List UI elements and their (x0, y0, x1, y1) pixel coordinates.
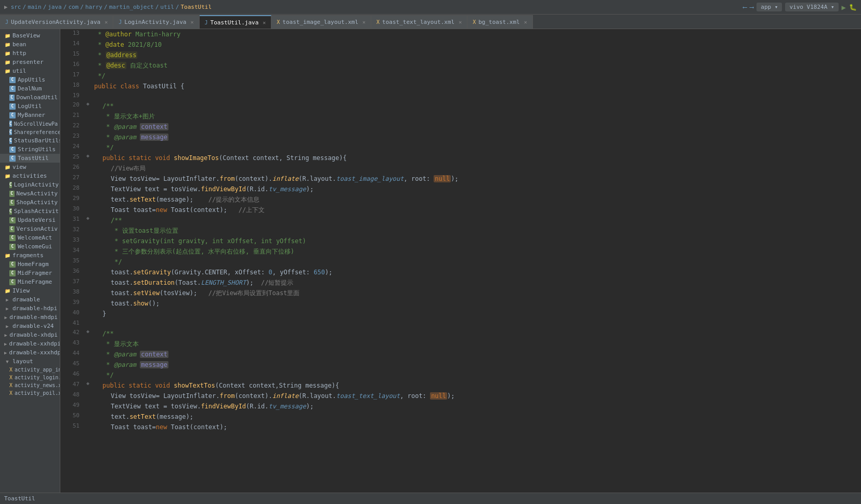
tab-LoginActivity[interactable]: J LoginActivity.java ✕ (113, 15, 199, 29)
code-area: 13 * @author Martin-harry 14 * @date 202… (60, 29, 861, 493)
sidebar-item-fragments[interactable]: 📁 fragments (0, 251, 60, 260)
code-line-42: 42 ◆ /** (60, 328, 861, 339)
code-line-28: 28 TextView text = tosView.findViewById(… (60, 184, 861, 194)
sidebar-item-VersionActiv[interactable]: C VersionActiv (0, 224, 60, 233)
tab-close-icon[interactable]: ✕ (105, 19, 108, 25)
class-icon: C (9, 279, 16, 285)
tab-toast-image-layout[interactable]: X toast_image_layout.xml ✕ (271, 15, 371, 29)
folder-icon: ▶ (4, 341, 7, 347)
code-line-41: 41 (60, 319, 861, 328)
app-selector[interactable]: app ▾ (756, 3, 782, 11)
folder-icon: 📁 (4, 50, 10, 57)
code-content[interactable]: 13 * @author Martin-harry 14 * @date 202… (60, 29, 861, 493)
code-line-35: 35 */ (60, 257, 861, 267)
sidebar-item-util[interactable]: 📁 util (0, 67, 60, 75)
sidebar-item-NoScrollViewPa[interactable]: C NoScrollViewPa (0, 120, 60, 128)
code-line-13: 13 * @author Martin-harry (60, 29, 861, 39)
sidebar-item-StatusBarUtils[interactable]: C StatusBarUtils (0, 136, 60, 145)
gutter-fold-icon[interactable]: ◆ (86, 380, 89, 386)
sidebar-item-MidFragmer[interactable]: C MidFragmer (0, 269, 60, 277)
code-line-24: 24 */ (60, 142, 861, 153)
run-icon[interactable]: ▶ (842, 3, 846, 11)
status-bar: ToastUtil (0, 493, 861, 504)
sidebar-item-drawable-xxhdpi[interactable]: ▶ drawable-xxhdpi (0, 339, 60, 348)
gutter-fold-icon[interactable]: ◆ (86, 101, 89, 107)
code-line-37: 37 toast.setDuration(Toast.LENGTH_SHORT)… (60, 277, 861, 288)
sidebar-item-UpdateVersi[interactable]: C UpdateVersi (0, 216, 60, 224)
sidebar-item-http[interactable]: 📁 http (0, 49, 60, 58)
tab-ToastUtil[interactable]: J ToastUtil.java ✕ (200, 15, 272, 29)
sidebar-item-StringUtils[interactable]: C StringUtils (0, 145, 60, 154)
sidebar-item-WelcomeGui[interactable]: C WelcomeGui (0, 242, 60, 251)
sidebar-item-bean[interactable]: 📁 bean (0, 40, 60, 49)
tab-close-icon[interactable]: ✕ (524, 19, 527, 25)
sidebar-item-view[interactable]: 📁 view (0, 163, 60, 171)
sidebar-item-ToastUtil[interactable]: C ToastUtil (0, 154, 60, 163)
folder-icon: 📁 (4, 42, 10, 48)
tab-close-icon[interactable]: ✕ (459, 19, 462, 25)
nav-icon[interactable]: ⟵ (743, 4, 747, 11)
code-line-17: 17 */ (60, 71, 861, 81)
sidebar-item-LogUtil[interactable]: C LogUtil (0, 102, 60, 111)
sidebar-item-BaseView[interactable]: 📁 BaseView (0, 31, 60, 40)
tab-bg-toast[interactable]: X bg_toast.xml ✕ (467, 15, 533, 29)
sidebar-item-MyBanner[interactable]: C MyBanner (0, 111, 60, 120)
class-icon: C (9, 208, 12, 215)
sidebar-item-activities[interactable]: 📁 activities (0, 171, 60, 180)
tab-close-icon[interactable]: ✕ (263, 20, 266, 25)
code-line-34: 34 * 三个参数分别表示(起点位置, 水平向右位移, 垂直向下位移) (60, 246, 861, 257)
code-line-36: 36 toast.setGravity(Gravity.CENTER, xOff… (60, 267, 861, 277)
sidebar-item-activity-poil[interactable]: X activity_poil.xml (0, 389, 60, 397)
sidebar-item-HomeFragm[interactable]: C HomeFragm (0, 260, 60, 269)
debug-icon[interactable]: 🐛 (849, 4, 857, 11)
code-line-39: 39 toast.show(); (60, 298, 861, 309)
code-line-48: 48 View tosView= LayoutInflater.from(con… (60, 391, 861, 401)
sidebar-item-ShopActivity[interactable]: C ShopActivity (0, 198, 60, 207)
sidebar-item-DownloadUtil[interactable]: C DownloadUtil (0, 93, 60, 102)
code-line-44: 44 * @param context (60, 349, 861, 360)
sidebar-item-NewsActivity[interactable]: C NewsActivity (0, 189, 60, 198)
tab-UpdateVersionActivity[interactable]: J UpdateVersionActivity.java ✕ (0, 15, 113, 29)
sidebar-item-drawable-hdpi[interactable]: ▶ drawable-hdpi (0, 304, 60, 313)
code-line-29: 29 text.setText(message); //提示的文本信息 (60, 194, 861, 205)
sidebar-item-drawable[interactable]: ▶ drawable (0, 295, 60, 304)
code-line-18: 18 public class ToastUtil { (60, 81, 861, 91)
nav-forward-icon[interactable]: ⟶ (750, 4, 753, 11)
sidebar-item-presenter[interactable]: 📁 presenter (0, 58, 60, 67)
sidebar-item-drawable-xxxhdpi[interactable]: ▶ drawable-xxxhdpi (0, 348, 60, 357)
src-icon: ▶ (4, 4, 8, 10)
sidebar-item-LoginActivity[interactable]: C LoginActivity (0, 180, 60, 189)
sidebar-item-drawable-xhdpi[interactable]: ▶ drawable-xhdpi (0, 330, 60, 339)
class-icon: C (9, 121, 12, 127)
class-icon: C (9, 235, 16, 241)
status-label: ToastUtil (4, 495, 35, 502)
code-line-16: 16 * @desc 自定义toast (60, 60, 861, 71)
sidebar-item-MineFragme[interactable]: C MineFragme (0, 277, 60, 286)
code-line-33: 33 * setGravity(int gravity, int xOffset… (60, 236, 861, 246)
sidebar-item-WelcomeAct[interactable]: C WelcomeAct (0, 233, 60, 242)
sidebar-item-activity-news[interactable]: X activity_news.xml (0, 381, 60, 389)
tab-toast-text-layout[interactable]: X toast_text_layout.xml ✕ (371, 15, 467, 29)
code-line-21: 21 * 显示文本+图片 (60, 111, 861, 122)
sidebar-item-drawable-v24[interactable]: ▶ drawable-v24 (0, 322, 60, 330)
sidebar-item-layout[interactable]: ▼ layout (0, 357, 60, 366)
class-icon: C (9, 226, 15, 232)
device-selector[interactable]: vivo V1824A ▾ (785, 3, 838, 11)
class-icon: C (9, 244, 16, 250)
sidebar-item-SplashActivit[interactable]: C SplashActivit (0, 207, 60, 216)
folder-icon: ▶ (4, 332, 7, 338)
sidebar-item-drawable-mhdpi[interactable]: ▶ drawable-mhdpi (0, 313, 60, 322)
tab-close-icon[interactable]: ✕ (362, 19, 366, 25)
gutter-fold-icon[interactable]: ◆ (86, 153, 89, 158)
xml-icon: X (473, 19, 476, 25)
gutter-fold-icon[interactable]: ◆ (86, 328, 89, 334)
gutter-fold-icon[interactable]: ◆ (86, 215, 89, 221)
sidebar-item-AppUtils[interactable]: C AppUtils (0, 75, 60, 84)
folder-icon: 📁 (4, 173, 10, 179)
sidebar-item-DealNum[interactable]: C DealNum (0, 84, 60, 93)
sidebar-item-Sharepreferences[interactable]: C Sharepreferences (0, 128, 60, 136)
sidebar-item-activity-login[interactable]: X activity_login.xml (0, 374, 60, 381)
sidebar-item-activity-app-info[interactable]: X activity_app_info.x.. (0, 366, 60, 374)
sidebar-item-IView[interactable]: 📁 IView (0, 286, 60, 295)
tab-close-icon[interactable]: ✕ (191, 19, 194, 25)
